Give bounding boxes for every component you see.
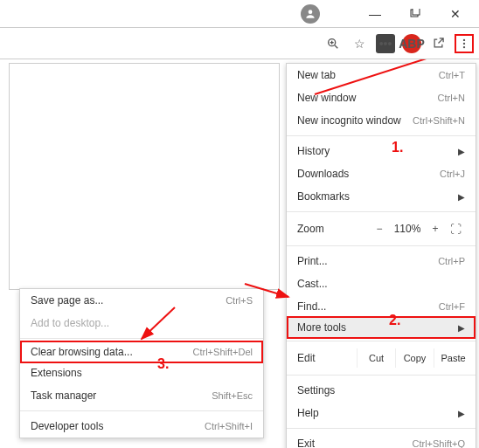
menu-label: Downloads <box>297 168 349 180</box>
menu-label: Clear browsing data... <box>31 346 133 358</box>
shortcut: Ctrl+Shift+N <box>413 115 465 126</box>
menu-bookmarks[interactable]: Bookmarks▶ <box>287 185 476 208</box>
svg-point-8 <box>463 42 465 44</box>
menu-label: Add to desktop... <box>31 317 109 329</box>
menu-new-incognito[interactable]: New incognito windowCtrl+Shift+N <box>287 109 476 132</box>
maximize-button[interactable] <box>395 0 435 28</box>
more-tools-submenu: Save page as...Ctrl+S Add to desktop... … <box>19 288 264 438</box>
toolbar: ☆ ••• ABP <box>0 28 479 59</box>
menu-zoom: Zoom − 110% + ⛶ <box>287 216 476 242</box>
menu-more-tools[interactable]: More tools▶ <box>287 316 476 339</box>
shortcut: Ctrl+P <box>438 256 465 266</box>
submenu-developer-tools[interactable]: Developer toolsCtrl+Shift+I <box>20 415 263 438</box>
page-panel <box>9 63 280 290</box>
shortcut: Ctrl+T <box>439 70 465 80</box>
zoom-icon[interactable] <box>323 34 343 53</box>
menu-label: Developer tools <box>31 420 103 432</box>
submenu-extensions[interactable]: Extensions <box>20 362 263 384</box>
chevron-right-icon: ▶ <box>458 147 465 156</box>
cut-button[interactable]: Cut <box>357 348 395 368</box>
menu-new-window[interactable]: New windowCtrl+N <box>287 86 476 109</box>
menu-new-tab[interactable]: New tabCtrl+T <box>287 64 476 86</box>
menu-label: New window <box>297 92 356 104</box>
chevron-right-icon: ▶ <box>458 409 465 418</box>
submenu-save-page[interactable]: Save page as...Ctrl+S <box>20 289 263 312</box>
menu-settings[interactable]: Settings <box>287 379 476 402</box>
menu-label: Cast... <box>297 278 328 290</box>
svg-rect-2 <box>413 9 420 15</box>
shortcut: Ctrl+S <box>226 295 253 306</box>
zoom-value: 110% <box>390 223 425 235</box>
copy-button[interactable]: Copy <box>395 348 434 368</box>
svg-point-9 <box>463 45 465 47</box>
menu-label: New tab <box>297 69 336 81</box>
submenu-task-manager[interactable]: Task managerShift+Esc <box>20 384 263 407</box>
zoom-out-button[interactable]: − <box>369 223 390 235</box>
svg-point-7 <box>463 38 465 40</box>
menu-label: Exit <box>297 438 315 448</box>
chevron-right-icon: ▶ <box>458 323 465 333</box>
chevron-right-icon: ▶ <box>458 192 465 202</box>
menu-edit-row: Edit Cut Copy Paste <box>287 345 476 371</box>
submenu-clear-browsing-data[interactable]: Clear browsing data...Ctrl+Shift+Del <box>20 341 263 363</box>
minimize-button[interactable]: — <box>355 0 395 28</box>
menu-label: Save page as... <box>31 294 103 307</box>
menu-help[interactable]: Help▶ <box>287 402 476 424</box>
shortcut: Ctrl+Shift+Del <box>193 347 253 357</box>
menu-label: Extensions <box>31 367 82 379</box>
zoom-label: Zoom <box>297 223 369 235</box>
star-icon[interactable]: ☆ <box>350 34 369 53</box>
menu-label: Settings <box>297 384 335 396</box>
kebab-menu-button[interactable] <box>455 34 474 53</box>
menu-label: Bookmarks <box>297 190 350 203</box>
shortcut: Ctrl+F <box>439 301 465 312</box>
shortcut: Ctrl+N <box>438 93 465 103</box>
extension-icon[interactable]: ••• <box>376 34 395 53</box>
shortcut: Ctrl+Shift+Q <box>412 438 465 448</box>
paste-button[interactable]: Paste <box>434 348 472 368</box>
menu-label: More tools <box>297 321 346 334</box>
menu-history[interactable]: History▶ <box>287 140 476 162</box>
menu-label: New incognito window <box>297 114 401 127</box>
menu-label: Find... <box>297 300 326 313</box>
shortcut: Ctrl+J <box>440 169 465 179</box>
edit-label: Edit <box>297 352 357 364</box>
fullscreen-icon[interactable]: ⛶ <box>446 223 465 236</box>
shortcut: Shift+Esc <box>212 390 253 401</box>
menu-label: Help <box>297 407 319 419</box>
titlebar: — ✕ <box>0 0 479 28</box>
abp-icon[interactable]: ABP <box>402 34 421 53</box>
menu-label: History <box>297 145 330 157</box>
menu-print[interactable]: Print...Ctrl+P <box>287 250 476 272</box>
zoom-in-button[interactable]: + <box>425 223 446 235</box>
main-menu: New tabCtrl+T New windowCtrl+N New incog… <box>286 63 476 448</box>
menu-downloads[interactable]: DownloadsCtrl+J <box>287 162 476 185</box>
profile-icon[interactable] <box>301 4 320 24</box>
menu-cast[interactable]: Cast... <box>287 272 476 295</box>
shortcut: Ctrl+Shift+I <box>205 421 253 431</box>
svg-line-4 <box>335 45 337 48</box>
menu-exit[interactable]: ExitCtrl+Shift+Q <box>287 432 476 448</box>
menu-label: Print... <box>297 255 328 267</box>
close-button[interactable]: ✕ <box>435 0 476 28</box>
menu-find[interactable]: Find...Ctrl+F <box>287 295 476 318</box>
submenu-add-desktop: Add to desktop... <box>20 312 263 334</box>
menu-label: Task manager <box>31 389 96 402</box>
share-icon[interactable] <box>428 34 448 53</box>
svg-point-0 <box>309 10 313 14</box>
